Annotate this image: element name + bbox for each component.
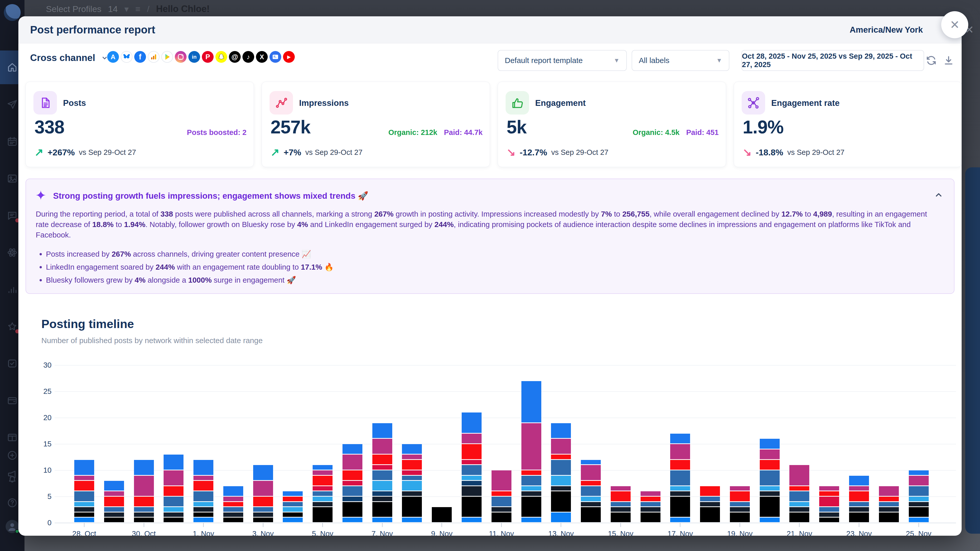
bar-segment-facebook[interactable] [551,423,571,438]
bar-segment-instagram[interactable] [522,423,541,470]
bar-segment-pinterest[interactable] [372,465,392,470]
bar-segment-youtube[interactable] [462,444,482,459]
bar-segment-threads[interactable] [164,513,183,517]
bar-segment-facebook[interactable] [462,413,482,433]
bar-segment-youtube[interactable] [104,497,124,507]
bar-segment-youtube[interactable] [253,497,273,507]
bar-segment-youtube[interactable] [670,460,690,470]
refresh-button[interactable] [923,52,939,68]
bar-segment-facebook[interactable] [342,444,363,454]
bar-segment-bluesky[interactable] [909,518,929,522]
bar-segment-google-business[interactable] [909,497,929,501]
bar-segment-threads[interactable] [223,513,243,517]
bar-segment-threads[interactable] [611,507,631,512]
bar-segment-threads[interactable] [193,507,213,512]
bar-segment-instagram[interactable] [581,465,601,480]
bar-segment-instagram[interactable] [551,439,571,454]
bar-segment-bluesky[interactable] [283,518,303,522]
bar-segment-google-business[interactable] [283,507,303,512]
x-icon[interactable]: X [256,51,268,63]
bar-segment-linkedin[interactable] [74,491,94,501]
bar-segment-instagram[interactable] [789,465,809,485]
bar-segment-google-business[interactable] [164,507,183,512]
bar-segment-bluesky[interactable] [193,518,213,522]
bar-segment-pinterest[interactable] [313,486,332,491]
bar-segment-tiktok[interactable] [253,518,273,522]
bar-segment-youtube[interactable] [342,470,363,480]
bar-segment-threads[interactable] [641,507,660,512]
bar-segment-facebook[interactable] [581,460,601,465]
bar-segment-threads[interactable] [372,497,392,501]
bar-segment-threads[interactable] [670,491,690,496]
bar-segment-facebook[interactable] [134,460,154,475]
bar-segment-youtube[interactable] [581,481,601,486]
bar-segment-bluesky[interactable] [342,518,363,522]
bar-segment-linkedin[interactable] [789,491,809,501]
bar-segment-x[interactable] [342,497,363,501]
bar-segment-instagram[interactable] [670,444,690,459]
bar-segment-tiktok[interactable] [670,497,690,517]
bar-segment-facebook[interactable] [313,465,332,470]
bar-segment-youtube[interactable] [313,476,332,486]
bar-segment-facebook[interactable] [372,423,392,438]
bar-segment-instagram[interactable] [164,470,183,486]
bar-segment-bluesky[interactable] [372,518,392,522]
bar-segment-youtube[interactable] [283,497,303,501]
bar-segment-google-business[interactable] [193,502,213,507]
bar-segment-google-business[interactable] [522,486,541,491]
bar-segment-instagram[interactable] [223,497,243,501]
bar-segment-threads[interactable] [760,491,780,496]
bar-segment-tiktok[interactable] [432,507,452,522]
bluesky-icon[interactable] [121,51,132,63]
bar-segment-tiktok[interactable] [104,518,124,522]
bar-segment-instagram[interactable] [760,449,780,459]
bar-segment-tiktok[interactable] [492,513,511,522]
bar-segment-tiktok[interactable] [760,497,780,517]
bar-segment-google-business[interactable] [74,502,94,507]
bar-segment-google-business[interactable] [670,486,690,491]
bar-segment-youtube[interactable] [879,497,899,501]
bar-segment-linkedin[interactable] [700,497,720,501]
bar-segment-google-business[interactable] [789,502,809,507]
bar-segment-bluesky[interactable] [670,518,690,522]
bar-segment-linkedin[interactable] [492,497,511,507]
date-range-input[interactable]: Oct 28, 2025 - Nov 25, 2025 vs Sep 29, 2… [741,50,924,71]
bar-segment-tiktok[interactable] [819,518,839,522]
bar-segment-instagram[interactable] [819,486,839,491]
bar-segment-instagram[interactable] [313,470,332,475]
bar-segment-pinterest[interactable] [819,497,839,507]
bar-segment-youtube[interactable] [492,491,511,496]
bar-segment-threads[interactable] [492,507,511,512]
bar-segment-linkedin[interactable] [849,502,869,507]
bar-segment-pinterest[interactable] [342,481,363,486]
bar-segment-facebook[interactable] [283,491,303,496]
bar-segment-facebook[interactable] [402,444,422,454]
tiktok-icon[interactable]: ♪ [242,51,254,63]
bar-segment-threads[interactable] [551,486,571,491]
bar-segment-linkedin[interactable] [164,497,183,507]
bar-segment-threads[interactable] [819,513,839,517]
bar-segment-google-business[interactable] [760,486,780,491]
pinterest-icon[interactable]: P [202,51,213,63]
bar-segment-instagram[interactable] [849,486,869,491]
bar-segment-instagram[interactable] [402,454,422,459]
youtube-icon[interactable]: ▶ [283,51,295,63]
bar-segment-linkedin[interactable] [879,502,899,507]
google-business-icon[interactable] [269,51,281,63]
bar-segment-linkedin[interactable] [581,486,601,496]
bar-segment-facebook[interactable] [522,381,541,422]
bar-segment-tiktok[interactable] [223,518,243,522]
bar-segment-google-business[interactable] [551,476,571,486]
bar-segment-tiktok[interactable] [74,513,94,517]
bar-segment-linkedin[interactable] [193,491,213,501]
threads-icon[interactable]: @ [229,51,241,63]
bar-segment-instagram[interactable] [74,476,94,480]
bar-segment-instagram[interactable] [909,476,929,486]
bar-segment-linkedin[interactable] [223,507,243,512]
bar-segment-tiktok[interactable] [313,507,332,522]
snapchat-icon[interactable] [215,51,227,63]
bar-segment-linkedin[interactable] [909,486,929,496]
bar-segment-threads[interactable] [462,486,482,496]
bar-segment-youtube[interactable] [760,460,780,470]
bar-segment-youtube[interactable] [730,491,750,501]
